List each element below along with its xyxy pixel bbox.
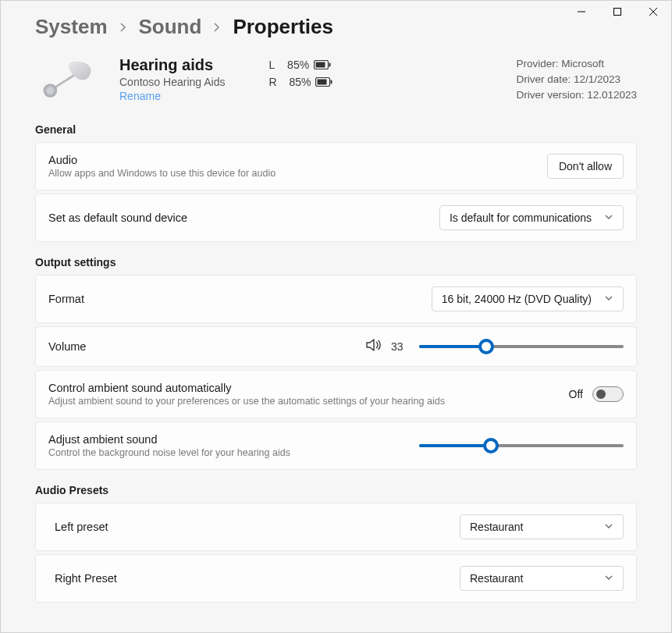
chevron-down-icon — [604, 293, 613, 305]
default-device-value: Is default for communications — [450, 212, 592, 224]
breadcrumb-sound[interactable]: Sound — [139, 15, 202, 39]
chevron-right-icon — [119, 23, 128, 32]
format-value: 16 bit, 24000 Hz (DVD Quality) — [442, 293, 592, 305]
default-device-select[interactable]: Is default for communications — [439, 205, 624, 230]
section-output-header: Output settings — [35, 256, 637, 268]
section-presets-header: Audio Presets — [35, 484, 637, 496]
audio-permission-row: Audio Allow apps and Windows to use this… — [35, 142, 637, 190]
toggle-state-label: Off — [569, 388, 583, 400]
breadcrumb-current: Properties — [233, 15, 333, 39]
audio-title: Audio — [48, 154, 547, 166]
format-title: Format — [48, 293, 432, 305]
right-preset-value: Restaurant — [470, 572, 523, 585]
svg-rect-10 — [318, 80, 327, 85]
left-preset-title: Left preset — [55, 521, 460, 533]
driver-provider: Provider: Microsoft — [516, 56, 637, 72]
right-preset-title: Right Preset — [55, 572, 460, 585]
svg-point-5 — [47, 87, 54, 94]
right-preset-row: Right Preset Restaurant — [35, 554, 637, 603]
driver-date: Driver date: 12/1/2023 — [516, 72, 637, 87]
battery-right-label: R — [268, 73, 276, 91]
breadcrumb-system[interactable]: System — [35, 15, 108, 39]
battery-icon — [315, 77, 332, 87]
default-device-row: Set as default sound device Is default f… — [35, 194, 637, 242]
speaker-icon[interactable] — [366, 338, 382, 355]
close-button[interactable] — [635, 1, 671, 23]
chevron-down-icon — [604, 521, 613, 533]
audio-desc: Allow apps and Windows to use this devic… — [48, 168, 547, 179]
device-header: Hearing aids Contoso Hearing Aids Rename… — [35, 56, 637, 103]
ambient-auto-toggle[interactable] — [592, 386, 624, 402]
svg-rect-1 — [614, 9, 621, 16]
ambient-slider[interactable] — [419, 438, 624, 453]
left-preset-select[interactable]: Restaurant — [460, 514, 624, 539]
hearing-aid-icon — [35, 56, 104, 97]
battery-right-pct: 85% — [289, 73, 311, 91]
window-titlebar — [564, 1, 671, 23]
driver-info: Provider: Microsoft Driver date: 12/1/20… — [516, 56, 637, 103]
battery-right: R 85% — [268, 73, 332, 91]
ambient-title: Adjust ambient sound — [48, 433, 419, 446]
chevron-right-icon — [212, 23, 222, 32]
rename-link[interactable]: Rename — [119, 90, 161, 102]
left-preset-value: Restaurant — [470, 521, 523, 533]
dont-allow-button[interactable]: Don't allow — [547, 154, 624, 179]
ambient-desc: Control the background noise level for y… — [48, 447, 419, 458]
device-subtitle: Contoso Hearing Aids — [119, 76, 225, 88]
ambient-auto-title: Control ambient sound automatically — [48, 382, 569, 394]
format-select[interactable]: 16 bit, 24000 Hz (DVD Quality) — [432, 286, 624, 311]
driver-version: Driver version: 12.012023 — [516, 87, 637, 103]
volume-title: Volume — [48, 340, 366, 353]
default-device-title: Set as default sound device — [48, 212, 439, 224]
right-preset-select[interactable]: Restaurant — [460, 566, 624, 591]
ambient-auto-desc: Adjust ambient sound to your preferences… — [48, 396, 569, 407]
device-title: Hearing aids — [119, 56, 225, 74]
ambient-adjust-row: Adjust ambient sound Control the backgro… — [35, 421, 637, 470]
svg-rect-11 — [331, 80, 332, 84]
svg-rect-8 — [329, 63, 331, 67]
chevron-down-icon — [604, 572, 613, 585]
minimize-button[interactable] — [564, 1, 599, 23]
left-preset-row: Left preset Restaurant — [35, 503, 637, 551]
chevron-down-icon — [604, 212, 613, 224]
volume-row: Volume 33 — [35, 326, 637, 367]
battery-left: L 85% — [268, 56, 332, 73]
battery-left-label: L — [268, 56, 275, 73]
format-row: Format 16 bit, 24000 Hz (DVD Quality) — [35, 275, 637, 323]
volume-value: 33 — [391, 340, 410, 353]
section-general-header: General — [35, 123, 637, 136]
breadcrumb: System Sound Properties — [35, 15, 637, 39]
battery-icon — [314, 60, 331, 69]
battery-left-pct: 85% — [287, 56, 309, 73]
volume-slider[interactable] — [419, 339, 624, 354]
ambient-auto-row: Control ambient sound automatically Adju… — [35, 370, 637, 418]
svg-rect-7 — [316, 62, 325, 68]
maximize-button[interactable] — [599, 1, 635, 23]
